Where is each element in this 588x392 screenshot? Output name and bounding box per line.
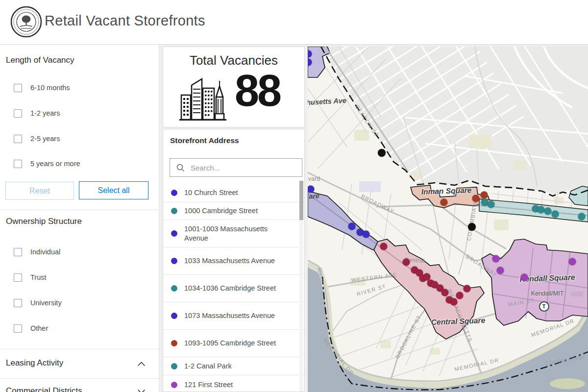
map-point[interactable] — [308, 186, 315, 193]
map-point[interactable] — [468, 223, 476, 231]
t-station-icon: T — [539, 301, 549, 312]
map-point[interactable] — [544, 208, 552, 215]
storefront-item-1000-cambridge-street[interactable]: 1000 Cambridge Street — [163, 202, 305, 220]
map-point[interactable] — [552, 211, 559, 218]
search-input[interactable] — [190, 163, 285, 172]
checkbox-trust[interactable]: Trust — [14, 271, 47, 283]
map-point[interactable] — [578, 213, 586, 220]
storefront-item-121-first-street[interactable]: 121 First Street — [163, 375, 305, 392]
map-point[interactable] — [378, 149, 386, 157]
checkbox-box[interactable] — [14, 109, 22, 118]
checkbox-other[interactable]: Other — [14, 322, 48, 334]
map-label-river-st: RIVER ST — [356, 283, 387, 297]
category-dot — [171, 230, 177, 237]
category-dot — [171, 313, 177, 319]
checkbox-university[interactable]: University — [14, 297, 62, 309]
filter-sidebar: Length of Vacancy 6-10 months1-2 years2-… — [0, 44, 159, 392]
map-label-brookline-st: BROOKLINE ST — [394, 314, 422, 359]
map-label-broadway: BROADWAY — [360, 193, 395, 214]
checkbox-box[interactable] — [14, 248, 22, 256]
map-point[interactable] — [308, 50, 312, 58]
category-dot — [171, 382, 177, 388]
category-dot — [171, 258, 177, 264]
checkbox-label: 1-2 years — [30, 109, 60, 117]
section-divider — [0, 378, 159, 379]
map-point[interactable] — [403, 259, 410, 266]
content-area: Length of Vacancy 6-10 months1-2 years2-… — [0, 44, 588, 392]
map-label-charles-river: Charles River — [544, 354, 585, 367]
map-point[interactable] — [481, 192, 488, 199]
checkbox-label: 5 years or more — [30, 160, 80, 168]
storefront-address-label: 10 Church Street — [184, 188, 238, 197]
total-vacancies-value: 88 — [235, 69, 280, 113]
map-point[interactable] — [472, 195, 480, 202]
checkbox-5-years-or-more[interactable]: 5 years or more — [14, 158, 80, 170]
map-pane[interactable]: husetts AveBEACON STBROADWAYvardareInman… — [308, 47, 588, 392]
map-point[interactable] — [450, 298, 458, 306]
checkbox-1-2-years[interactable]: 1-2 years — [14, 107, 60, 119]
map-point[interactable] — [497, 267, 504, 274]
checkbox-label: 6-10 months — [30, 84, 70, 92]
storefront-item-1034-1036-cambridge-street[interactable]: 1034-1036 Cambridge Street — [163, 275, 305, 302]
page-title: Retail Vacant Storefronts — [45, 13, 205, 29]
storefront-item-1001-1003-massachusetts-avenue[interactable]: 1001-1003 Massachusetts Avenue — [163, 220, 305, 247]
map-point[interactable] — [464, 285, 471, 293]
chevron-up-icon[interactable] — [137, 362, 146, 367]
map-point[interactable] — [441, 289, 449, 296]
map-point[interactable] — [538, 206, 545, 214]
map-point[interactable] — [488, 201, 495, 208]
category-dot — [171, 340, 177, 346]
map-label-husetts-ave: husetts Ave — [308, 97, 346, 106]
checkbox-box[interactable] — [14, 84, 22, 92]
commercial-districts-heading: Commercial Districts — [6, 386, 82, 392]
select-all-button[interactable]: Select all — [79, 181, 148, 199]
list-scrollbar[interactable] — [299, 180, 303, 392]
buildings-icon — [179, 74, 228, 122]
storefront-address-title: Storefront Address — [170, 136, 239, 145]
storefront-item-1093-1095-cambridge-street[interactable]: 1093-1095 Cambridge Street — [163, 330, 305, 357]
middle-column: Total Vacancies — [159, 44, 308, 392]
section-divider — [0, 210, 159, 210]
checkbox-box[interactable] — [14, 299, 22, 307]
reset-button[interactable]: Reset — [5, 182, 74, 200]
storefront-item-1073-massachusetts-avenue[interactable]: 1073 Massachusetts Avenue — [163, 302, 305, 330]
map-point[interactable] — [380, 243, 388, 250]
map-label-are: are — [309, 192, 320, 200]
checkbox-label: Individual — [30, 248, 60, 256]
map-point[interactable] — [456, 292, 464, 299]
map-label-main-st: MAIN ST — [508, 297, 535, 307]
checkbox-box[interactable] — [14, 135, 22, 143]
ownership-structure-heading: Ownership Structure — [6, 217, 82, 226]
map-label-beacon-st: BEACON ST — [354, 104, 380, 138]
checkbox-box[interactable] — [14, 273, 22, 282]
leasing-activity-heading: Leasing Activity — [6, 358, 63, 368]
chevron-down-icon[interactable] — [137, 389, 146, 392]
map-point[interactable] — [492, 255, 500, 263]
storefront-item-1033-massachusetts-avenue[interactable]: 1033 Massachusetts Avenue — [163, 247, 305, 275]
storefront-address-label: 1073 Massachusetts Avenue — [184, 311, 275, 320]
checkbox-6-10-months[interactable]: 6-10 months — [14, 82, 70, 94]
storefront-item-1-2-canal-park[interactable]: 1-2 Canal Park — [163, 357, 305, 375]
city-seal-logo — [10, 6, 42, 38]
scrollbar-thumb[interactable] — [299, 181, 303, 220]
map-label-columbia-st: COLUMBIA ST — [466, 197, 479, 241]
storefront-address-label: 1034-1036 Cambridge Street — [184, 284, 276, 293]
length-of-vacancy-heading: Length of Vacancy — [6, 55, 74, 65]
checkbox-box[interactable] — [14, 324, 22, 333]
map-point[interactable] — [569, 258, 576, 266]
storefront-item-10-church-street[interactable]: 10 Church Street — [163, 184, 305, 202]
checkbox-2-5-years[interactable]: 2-5 years — [14, 133, 60, 145]
map-point[interactable] — [308, 59, 312, 66]
storefront-address-label: 1033 Massachusetts Avenue — [184, 256, 275, 266]
map-point[interactable] — [363, 231, 370, 238]
map-label-central-square: Central Square — [431, 316, 486, 327]
checkbox-label: Other — [30, 324, 48, 332]
checkbox-individual[interactable]: Individual — [14, 246, 60, 258]
checkbox-box[interactable] — [14, 160, 22, 168]
map-point[interactable] — [521, 274, 528, 281]
checkbox-label: University — [30, 299, 62, 307]
map-point[interactable] — [441, 199, 448, 206]
map-point[interactable] — [348, 223, 356, 230]
map-label-memorial-dr: MEMORIAL DR — [322, 337, 355, 376]
search-box[interactable] — [170, 158, 302, 177]
